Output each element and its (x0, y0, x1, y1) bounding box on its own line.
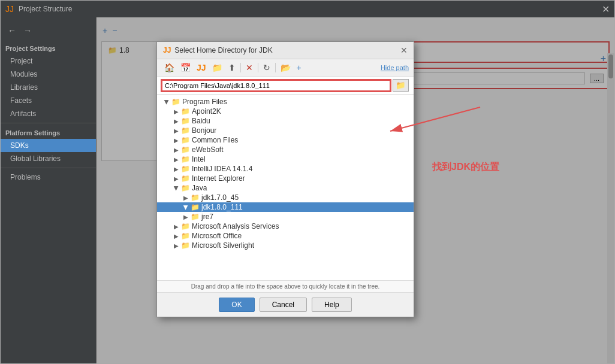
tree-label-ie: Internet Explorer (192, 174, 245, 183)
tree-label-baidu: Baidu (192, 117, 210, 125)
toolbar-sep-2 (258, 63, 258, 72)
modal-hint: Drag and drop a file into the space abov… (157, 280, 414, 292)
tree-item-intel[interactable]: ▶ 📁 Intel (157, 154, 414, 164)
home-tool-button[interactable]: 🏠 (162, 62, 177, 74)
tree-item-intellij[interactable]: ▶ 📁 IntelliJ IDEA 14.1.4 (157, 164, 414, 174)
modal-tree: ▶ 📁 Program Files ▶ 📁 Apoint2K ▶ 📁 (157, 95, 414, 280)
sidebar-item-facets[interactable]: Facets (1, 94, 96, 107)
folder-icon-jdk180: 📁 (191, 203, 200, 211)
tree-item-program-files[interactable]: ▶ 📁 Program Files (157, 97, 414, 107)
modal-title-bar: JJ Select Home Directory for JDK ✕ (157, 42, 414, 59)
main-window: JJ Project Structure ✕ ← → Project Setti… (0, 0, 615, 364)
tree-item-ms-office[interactable]: ▶ 📁 Microsoft Office (157, 231, 414, 241)
folder-icon-ms-office: 📁 (181, 232, 190, 240)
modal-path-input[interactable] (162, 80, 390, 91)
modal-overlay: JJ Select Home Directory for JDK ✕ 🏠 📅 J… (97, 17, 614, 363)
sidebar-item-modules[interactable]: Modules (1, 68, 96, 81)
arrow-common-files: ▶ (171, 137, 181, 144)
app-icon: JJ (5, 4, 14, 14)
folder-up-tool-button[interactable]: ⬆ (226, 62, 238, 74)
refresh-tool-button[interactable]: ↻ (261, 62, 273, 74)
sidebar-divider-2 (1, 168, 96, 168)
tree-label-ms-office: Microsoft Office (192, 232, 242, 240)
new-folder-tool-button[interactable]: 📂 (278, 62, 293, 74)
arrow-jdk170: ▶ (181, 195, 191, 201)
tree-item-jdk180[interactable]: ▶ 📁 jdk1.8.0_111 (157, 202, 414, 212)
tree-label-program-files: Program Files (182, 98, 227, 106)
plus-tool-button[interactable]: + (294, 62, 304, 74)
tree-item-baidu[interactable]: ▶ 📁 Baidu (157, 116, 414, 126)
arrow-jre7: ▶ (181, 214, 191, 220)
back-button[interactable]: ← (5, 25, 19, 37)
tree-item-apoint2k[interactable]: ▶ 📁 Apoint2K (157, 107, 414, 116)
arrow-ms-office: ▶ (171, 233, 181, 239)
help-button[interactable]: Help (312, 298, 352, 312)
arrow-intellij: ▶ (171, 166, 181, 172)
title-bar: JJ Project Structure ✕ (1, 1, 614, 17)
tree-item-jdk170[interactable]: ▶ 📁 jdk1.7.0_45 (157, 193, 414, 202)
sidebar-item-sdks[interactable]: SDKs (1, 139, 96, 152)
modal-buttons: OK Cancel Help (157, 292, 414, 317)
tree-label-intel: Intel (192, 155, 206, 163)
tree-label-ms-analysis: Microsoft Analysis Services (192, 222, 279, 230)
main-content: ← → Project Settings Project Modules Lib… (1, 17, 614, 363)
cancel-button[interactable]: Cancel (260, 298, 307, 312)
sidebar-item-artifacts[interactable]: Artifacts (1, 107, 96, 120)
folder-tool-button[interactable]: 📁 (210, 62, 225, 74)
arrow-ms-silverlight: ▶ (171, 242, 181, 249)
jj-tool-button[interactable]: JJ (194, 62, 209, 74)
tree-item-common-files[interactable]: ▶ 📁 Common Files (157, 135, 414, 145)
tree-label-common-files: Common Files (192, 136, 238, 144)
tree-item-ms-analysis[interactable]: ▶ 📁 Microsoft Analysis Services (157, 222, 414, 231)
tree-item-ms-silverlight[interactable]: ▶ 📁 Microsoft Silverlight (157, 241, 414, 250)
sidebar-item-libraries[interactable]: Libraries (1, 81, 96, 94)
platform-settings-label: Platform Settings (1, 126, 96, 139)
sidebar-item-problems[interactable]: Problems (1, 171, 96, 184)
folder-icon-bonjour: 📁 (181, 126, 190, 135)
forward-button[interactable]: → (21, 25, 34, 37)
select-jdk-dialog: JJ Select Home Directory for JDK ✕ 🏠 📅 J… (156, 41, 414, 317)
sidebar-item-global-libraries[interactable]: Global Libraries (1, 152, 96, 165)
hide-path-button[interactable]: Hide path (381, 64, 409, 71)
tree-item-ie[interactable]: ▶ 📁 Internet Explorer (157, 174, 414, 183)
tree-label-jdk180: jdk1.8.0_111 (201, 203, 243, 211)
sidebar: ← → Project Settings Project Modules Lib… (1, 17, 97, 363)
tree-item-ewebsoft[interactable]: ▶ 📁 eWebSoft (157, 145, 414, 154)
modal-title: JJ Select Home Directory for JDK (163, 46, 273, 54)
window-title: Project Structure (19, 5, 597, 13)
arrow-program-files: ▶ (164, 97, 170, 107)
folder-icon-common-files: 📁 (181, 136, 190, 144)
folder-icon-ie: 📁 (181, 174, 190, 183)
tree-label-java: Java (192, 184, 207, 192)
sidebar-item-project[interactable]: Project (1, 54, 96, 68)
arrow-intel: ▶ (171, 156, 181, 163)
tree-item-jre7[interactable]: ▶ 📁 jre7 (157, 212, 414, 222)
tree-item-bonjour[interactable]: ▶ 📁 Bonjour (157, 126, 414, 135)
sidebar-divider (1, 123, 96, 123)
modal-toolbar: 🏠 📅 JJ 📁 ⬆ ✕ ↻ 📂 + Hide path (157, 59, 414, 77)
annotation-arrow (378, 101, 486, 137)
modal-icon: JJ (163, 46, 171, 54)
tree-item-java[interactable]: ▶ 📁 Java (157, 183, 414, 193)
arrow-bonjour: ▶ (171, 128, 181, 134)
tree-label-apoint2k: Apoint2K (192, 107, 221, 116)
folder-icon-program-files: 📁 (171, 98, 180, 106)
tree-label-intellij: IntelliJ IDEA 14.1.4 (192, 165, 252, 173)
close-icon[interactable]: ✕ (602, 4, 610, 15)
svg-line-1 (390, 107, 480, 131)
folder-icon-intellij: 📁 (181, 165, 190, 173)
folder-icon-jre7: 📁 (191, 213, 200, 221)
arrow-jdk180: ▶ (183, 202, 189, 212)
calendar-tool-button[interactable]: 📅 (178, 62, 193, 74)
right-panel: + − 📁 1.8 Name: (97, 17, 614, 363)
project-settings-label: Project Settings (1, 41, 96, 54)
nav-buttons: ← → (1, 22, 96, 41)
folder-icon-intel: 📁 (181, 155, 190, 163)
delete-tool-button[interactable]: ✕ (243, 62, 255, 74)
modal-path-browse-button[interactable]: 📁 (393, 79, 409, 92)
arrow-ie: ▶ (171, 175, 181, 182)
folder-icon-ms-silverlight: 📁 (181, 241, 190, 250)
ok-button[interactable]: OK (219, 298, 254, 312)
tree-label-jdk170: jdk1.7.0_45 (201, 193, 239, 202)
modal-close-button[interactable]: ✕ (400, 46, 408, 55)
